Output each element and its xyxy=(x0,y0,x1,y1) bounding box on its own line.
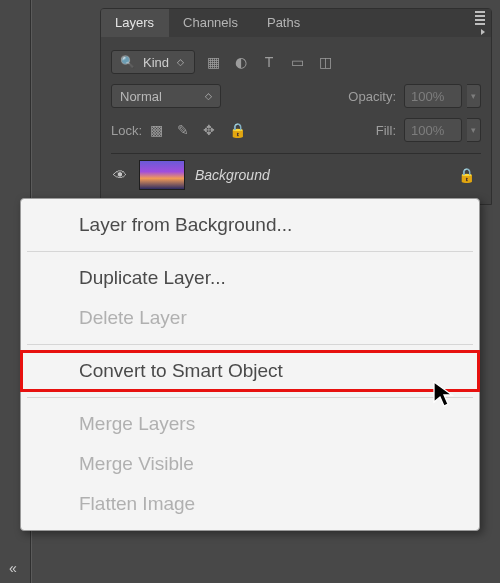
blend-row: Normal ◇ Opacity: 100% ▾ xyxy=(111,79,481,113)
ctx-duplicate-layer[interactable]: Duplicate Layer... xyxy=(21,258,479,298)
lock-label: Lock: xyxy=(111,123,142,138)
opacity-stepper-icon[interactable]: ▾ xyxy=(467,84,481,108)
layer-row[interactable]: 👁 Background 🔒 xyxy=(111,153,481,190)
filter-shape-icon[interactable]: ▭ xyxy=(287,54,307,70)
filter-row: 🔍 Kind ◇ ▦ ◐ T ▭ ◫ xyxy=(111,45,481,79)
filter-pixel-icon[interactable]: ▦ xyxy=(203,54,223,70)
ctx-layer-from-bg[interactable]: Layer from Background... xyxy=(21,205,479,245)
lock-pixels-icon[interactable]: ✎ xyxy=(177,122,189,138)
blend-mode-select[interactable]: Normal ◇ xyxy=(111,84,221,108)
layers-panel: Layers Channels Paths 🔍 Kind ◇ ▦ ◐ T ▭ ◫ xyxy=(100,8,492,205)
opacity-label: Opacity: xyxy=(348,89,396,104)
menu-separator xyxy=(27,251,473,252)
ctx-convert-smart-object[interactable]: Convert to Smart Object xyxy=(21,351,479,391)
opacity-value: 100% xyxy=(411,89,444,104)
layer-name[interactable]: Background xyxy=(195,167,448,183)
lock-transparency-icon[interactable]: ▩ xyxy=(150,122,163,138)
caret-updown-icon: ◇ xyxy=(177,57,184,67)
fill-label: Fill: xyxy=(376,123,396,138)
filter-type-icon[interactable]: T xyxy=(259,54,279,70)
lock-row: Lock: ▩ ✎ ✥ 🔒 Fill: 100% ▾ xyxy=(111,113,481,147)
visibility-eye-icon[interactable]: 👁 xyxy=(111,167,129,183)
tab-channels[interactable]: Channels xyxy=(169,9,253,37)
fill-stepper-icon[interactable]: ▾ xyxy=(467,118,481,142)
layer-thumbnail[interactable] xyxy=(139,160,185,190)
menu-separator xyxy=(27,397,473,398)
opacity-input[interactable]: 100% xyxy=(404,84,462,108)
ctx-merge-layers: Merge Layers xyxy=(21,404,479,444)
menu-separator xyxy=(27,344,473,345)
panel-menu-icon[interactable] xyxy=(469,9,491,37)
blend-mode-value: Normal xyxy=(120,89,162,104)
ctx-flatten-image: Flatten Image xyxy=(21,484,479,524)
tab-layers[interactable]: Layers xyxy=(101,9,169,37)
tab-paths[interactable]: Paths xyxy=(253,9,315,37)
filter-smart-icon[interactable]: ◫ xyxy=(315,54,335,70)
lock-position-icon[interactable]: ✥ xyxy=(203,122,215,138)
context-menu: Layer from Background... Duplicate Layer… xyxy=(20,198,480,531)
filter-adjustment-icon[interactable]: ◐ xyxy=(231,54,251,70)
ctx-merge-visible: Merge Visible xyxy=(21,444,479,484)
panel-collapse-icon[interactable]: « xyxy=(4,559,22,577)
filter-kind-label: Kind xyxy=(143,55,169,70)
search-icon: 🔍 xyxy=(120,55,135,69)
lock-all-icon[interactable]: 🔒 xyxy=(229,122,246,138)
caret-updown-icon: ◇ xyxy=(205,91,212,101)
panel-tabs: Layers Channels Paths xyxy=(101,9,491,37)
filter-kind-select[interactable]: 🔍 Kind ◇ xyxy=(111,50,195,74)
fill-input[interactable]: 100% xyxy=(404,118,462,142)
fill-value: 100% xyxy=(411,123,444,138)
ctx-delete-layer: Delete Layer xyxy=(21,298,479,338)
layer-lock-icon: 🔒 xyxy=(458,167,481,183)
